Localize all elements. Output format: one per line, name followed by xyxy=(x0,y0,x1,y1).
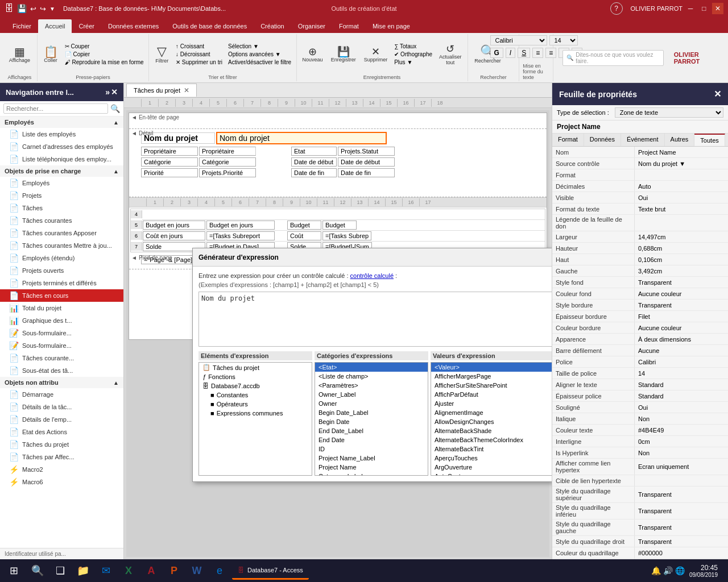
expr-cat-project-label[interactable]: Project Name_Label xyxy=(315,454,428,463)
field-cout-label[interactable]: Coût xyxy=(287,231,321,240)
field-date-debut-label[interactable]: Date de début xyxy=(291,157,337,167)
section-non-attrib[interactable]: Objets non attribu ▲ xyxy=(0,377,123,388)
plus-btn[interactable]: Plus ▼ xyxy=(392,59,435,66)
word-taskbar-btn[interactable]: W xyxy=(187,562,207,580)
expr-val-affich-par-def[interactable]: AffichParDéfaut xyxy=(431,390,552,399)
expr-elements-list[interactable]: 📋 Tâches du projet ƒ Fonctions 🗄 Databas… xyxy=(198,362,312,476)
access-taskbar-btn[interactable]: A xyxy=(141,562,162,580)
field-priorite-label[interactable]: Priorité xyxy=(141,168,198,177)
undo-icon[interactable]: ↩ xyxy=(30,5,36,13)
field-categorie-label[interactable]: Catégorie xyxy=(141,157,198,167)
section-objets[interactable]: Objets de prise en charge ▲ xyxy=(0,165,123,177)
affichage-btn[interactable]: ▦ Affichage xyxy=(6,44,34,65)
nav-item-etat-actions[interactable]: 📄Etat des Actions xyxy=(0,426,123,438)
nav-item-telephone[interactable]: 📄 Liste téléphonique des employ... xyxy=(0,153,123,165)
prop-value-9[interactable]: 0,106cm xyxy=(635,254,728,265)
maximize-btn[interactable]: □ xyxy=(698,3,710,14)
expr-val-allow[interactable]: AllowDesignChanges xyxy=(431,417,552,426)
ptab-donnees[interactable]: Données xyxy=(584,134,621,146)
align-center-btn[interactable]: ≡ xyxy=(545,48,556,58)
help-search-box[interactable]: 🔍 Dites-nous ce que vous voulez faire. xyxy=(562,50,664,66)
expr-cat-param[interactable]: <Paramètres> xyxy=(315,381,428,390)
nav-item-employes[interactable]: 📄Employés xyxy=(0,177,123,189)
minimize-btn[interactable]: ─ xyxy=(685,3,696,14)
expr-input-field[interactable]: Nom du projet xyxy=(198,292,552,347)
enregistrer-btn[interactable]: 💾 Enregistrer xyxy=(328,45,359,64)
ribbon-tab-mise-en-page[interactable]: Mise en page xyxy=(366,19,417,33)
volume-icon[interactable]: 🔊 xyxy=(663,566,673,575)
prop-value-24[interactable]: #4B4E49 xyxy=(635,425,728,435)
expr-val-valeur[interactable]: <Valeur> xyxy=(431,363,552,372)
excel-taskbar-btn[interactable]: X xyxy=(118,562,139,580)
field-cout-val[interactable]: =[Tasks Subrep xyxy=(322,231,371,240)
expr-categories-list[interactable]: <Etat> <Liste de champ> <Paramètres> Own… xyxy=(315,362,428,476)
ptab-autres[interactable]: Autres xyxy=(665,134,695,146)
nav-item-macro2[interactable]: ⚡Macro2 xyxy=(0,463,123,476)
expr-cat-etat[interactable]: <Etat> xyxy=(315,363,428,372)
dropdown-icon[interactable]: ▼ xyxy=(49,6,55,12)
ptab-evenement[interactable]: Événement xyxy=(621,134,665,146)
field-proprio-label[interactable]: Propriétaire xyxy=(141,147,198,156)
supprimer-tri-btn[interactable]: ✕ Supprimer un tri xyxy=(173,59,225,66)
access-app-taskbar[interactable]: 🗄 Database7 - Access xyxy=(232,562,309,580)
notification-icon[interactable]: 🔔 xyxy=(651,566,661,575)
field-date-fin-value[interactable]: Date de fin xyxy=(338,168,395,177)
align-left-btn[interactable]: ≡ xyxy=(532,48,543,58)
help-btn[interactable]: ? xyxy=(610,2,623,15)
field-date-debut-value[interactable]: Date de début xyxy=(338,157,395,167)
ptab-format[interactable]: Format xyxy=(552,134,584,146)
coller-btn[interactable]: 📋 Coller xyxy=(40,44,61,65)
nav-item-details-tache[interactable]: 📄Détails de la tâc... xyxy=(0,401,123,413)
totaux-btn[interactable]: ∑ Totaux xyxy=(392,43,435,50)
prop-value-1[interactable]: Nom du projet ▼ xyxy=(635,158,728,169)
prop-value-29[interactable]: Transparent xyxy=(635,487,728,502)
prop-value-17[interactable]: Aucune xyxy=(635,345,728,356)
orthographe-btn[interactable]: ✔ Orthographe xyxy=(392,51,435,58)
prop-value-20[interactable]: Standard xyxy=(635,379,728,390)
expr-cat-end[interactable]: End Date xyxy=(315,435,428,444)
expr-val-afficher-site[interactable]: AfficherSurSiteSharePoint xyxy=(431,381,552,390)
filtrer-btn[interactable]: ▽ Filtrer xyxy=(152,44,172,65)
prop-value-31[interactable]: Transparent xyxy=(635,519,728,535)
font-selector[interactable]: Calibri xyxy=(490,35,547,45)
expr-val-alt-theme[interactable]: AlternateBackThemeColorIndex xyxy=(431,435,552,444)
close-btn[interactable]: ✕ xyxy=(712,3,723,14)
expr-val-auto-centrer[interactable]: AutoCentrer xyxy=(431,472,552,476)
expr-elem-communes[interactable]: ■ Expressions communes xyxy=(199,409,312,418)
field-etat-label[interactable]: Etat xyxy=(291,147,337,156)
expr-cat-project[interactable]: Project Name xyxy=(315,463,428,472)
explorer-taskbar-btn[interactable]: 📁 xyxy=(73,562,93,580)
outlook-taskbar-btn[interactable]: ✉ xyxy=(96,562,116,580)
nav-item-taches-mettre[interactable]: 📄Tâches courantes Mettre à jou... xyxy=(0,239,123,252)
expr-elem-constantes[interactable]: ■ Constantes xyxy=(199,390,312,400)
prop-value-2[interactable] xyxy=(635,169,728,180)
prop-value-12[interactable]: Aucune couleur xyxy=(635,288,728,299)
underline-btn[interactable]: S xyxy=(518,48,530,58)
expr-cat-end-label[interactable]: End Date_Label xyxy=(315,426,428,435)
nav-close-btn[interactable]: ✕ xyxy=(111,88,118,97)
prop-value-10[interactable]: 3,492cm xyxy=(635,265,728,276)
field-date-fin-label[interactable]: Date de fin xyxy=(291,168,337,177)
prop-value-21[interactable]: Standard xyxy=(635,390,728,401)
expr-elem-database[interactable]: 🗄 Database7.accdb xyxy=(199,381,312,390)
nav-item-taches-projet[interactable]: 📄Tâches du projet xyxy=(0,438,123,451)
nav-item-sous-form2[interactable]: 📝Sous-formulaire... xyxy=(0,339,123,352)
detail-label[interactable]: ◄ Détail xyxy=(131,130,153,136)
field-cout-jours-val[interactable]: =[Tasks Subreport xyxy=(206,231,275,240)
expr-cat-id[interactable]: ID xyxy=(315,444,428,454)
pied-label[interactable]: ◄ Pied de page xyxy=(131,255,172,261)
nav-item-projets[interactable]: 📄Projets xyxy=(0,189,123,202)
prop-value-33[interactable]: #000000 xyxy=(635,547,728,558)
prop-value-28[interactable] xyxy=(635,475,728,486)
prop-value-18[interactable]: Calibri xyxy=(635,356,728,367)
expr-cat-begin-label[interactable]: Begin Date_Label xyxy=(315,408,428,417)
options-avancees-btn[interactable]: Options avancées ▼ xyxy=(226,51,293,58)
expr-val-arg[interactable]: ArgOuverture xyxy=(431,463,552,472)
expr-val-apercu[interactable]: AperçuTouches xyxy=(431,454,552,463)
nav-item-demarrage[interactable]: 📄Démarrage xyxy=(0,388,123,401)
prop-value-14[interactable]: Filet xyxy=(635,311,728,322)
field-budget-jours-label[interactable]: Budget en jours xyxy=(143,221,205,230)
redo-icon[interactable]: ↪ xyxy=(40,5,46,13)
ribbon-tab-fichier[interactable]: Fichier xyxy=(6,19,38,33)
expr-cat-owner[interactable]: Owner xyxy=(315,399,428,408)
